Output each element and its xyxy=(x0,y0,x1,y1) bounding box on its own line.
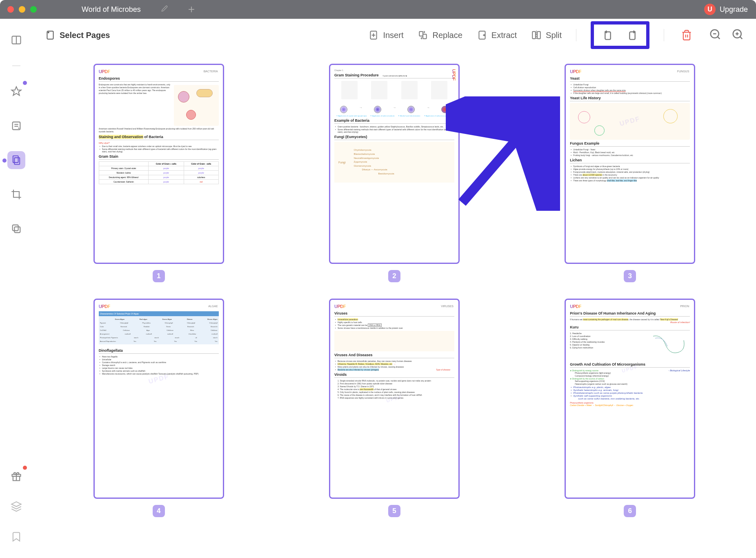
upgrade-label: Upgrade xyxy=(720,5,748,14)
sidebar xyxy=(0,19,33,558)
svg-line-26 xyxy=(718,37,720,39)
sidebar-redact[interactable] xyxy=(7,220,25,238)
page-item-3[interactable]: UPDF FUNGUS Yeast Unicellular Fungi Cell… xyxy=(565,64,695,282)
replace-label: Replace xyxy=(432,31,462,40)
rotate-group-highlighted xyxy=(591,21,649,49)
content-area: Select Pages Insert Replace Extract xyxy=(33,19,756,558)
sidebar-crop[interactable] xyxy=(7,185,25,203)
svg-rect-5 xyxy=(13,156,18,163)
svg-line-29 xyxy=(740,37,742,39)
page-item-2[interactable]: Chapter 1 UPDF Gram Staining ProcedureCr… xyxy=(329,64,460,282)
active-dot xyxy=(2,158,7,163)
close-window-button[interactable] xyxy=(7,6,14,13)
rotate-left-button[interactable] xyxy=(600,27,616,43)
tab-title: World of Microbes xyxy=(82,5,141,14)
insert-button[interactable]: Insert xyxy=(368,30,403,40)
page-item-5[interactable]: UPDF VIRUSES Viruses Intracellular paras… xyxy=(329,299,460,517)
page-thumbnail: Chapter 1 UPDF Gram Staining ProcedureCr… xyxy=(329,64,460,264)
extract-button[interactable]: Extract xyxy=(477,30,517,40)
edit-tab-icon[interactable] xyxy=(161,5,168,13)
document-tab[interactable]: World of Microbes xyxy=(69,0,180,19)
page-number: 1 xyxy=(153,270,165,282)
divider xyxy=(664,29,664,41)
page-number: 6 xyxy=(624,505,636,517)
maximize-window-button[interactable] xyxy=(30,6,37,13)
sidebar-reader-mode[interactable] xyxy=(7,31,25,49)
user-avatar: U xyxy=(704,4,716,15)
svg-rect-18 xyxy=(423,34,427,39)
svg-rect-7 xyxy=(13,225,18,231)
arrow-annotation xyxy=(446,96,560,212)
svg-rect-6 xyxy=(14,158,20,164)
svg-rect-20 xyxy=(532,31,536,38)
replace-button[interactable]: Replace xyxy=(418,30,462,40)
new-tab-button[interactable]: + xyxy=(188,3,195,16)
toolbar: Select Pages Insert Replace Extract xyxy=(33,19,756,51)
sidebar-organize-pages[interactable] xyxy=(7,151,25,169)
page-thumbnail: UPDF VIRUSES Viruses Intracellular paras… xyxy=(329,299,460,499)
select-pages-label: Select Pages xyxy=(60,31,110,40)
split-label: Split xyxy=(546,31,562,40)
rotate-right-button[interactable] xyxy=(624,27,640,43)
svg-point-13 xyxy=(48,32,49,33)
page-item-4[interactable]: UPDF ALGAE Characteristics Of Selected P… xyxy=(93,299,224,517)
page-thumbnail: UPDF BACTERIA Endospores Endospores are … xyxy=(93,64,224,264)
svg-rect-8 xyxy=(14,227,20,232)
page-item-1[interactable]: UPDF BACTERIA Endospores Endospores are … xyxy=(93,64,224,282)
sidebar-annotate[interactable] xyxy=(7,117,25,135)
upgrade-button[interactable]: U Upgrade xyxy=(704,4,748,15)
page-number: 4 xyxy=(153,505,165,517)
page-number: 2 xyxy=(388,270,400,282)
page-number: 3 xyxy=(624,270,636,282)
titlebar: World of Microbes + U Upgrade xyxy=(0,0,756,19)
svg-rect-24 xyxy=(629,32,635,40)
insert-label: Insert xyxy=(383,31,403,40)
notification-dot xyxy=(23,81,27,85)
pages-grid: UPDF BACTERIA Endospores Endospores are … xyxy=(33,51,756,529)
svg-rect-17 xyxy=(420,31,423,36)
split-button[interactable]: Split xyxy=(531,30,562,40)
sidebar-highlight[interactable] xyxy=(7,83,25,100)
zoom-in-button[interactable] xyxy=(732,28,744,42)
window-controls xyxy=(7,6,37,13)
minimize-window-button[interactable] xyxy=(19,6,25,13)
delete-button[interactable] xyxy=(678,27,695,43)
svg-rect-23 xyxy=(605,32,610,40)
zoom-out-button[interactable] xyxy=(709,28,721,42)
select-pages-button[interactable]: Select Pages xyxy=(45,30,110,40)
gift-dot xyxy=(23,466,27,470)
sidebar-bookmark[interactable] xyxy=(7,528,25,546)
sidebar-gift[interactable] xyxy=(7,467,25,485)
page-thumbnail: UPDF FUNGUS Yeast Unicellular Fungi Cell… xyxy=(565,64,695,264)
extract-label: Extract xyxy=(491,31,517,40)
page-number: 5 xyxy=(388,505,400,517)
page-thumbnail: UPDF PRION Prion's Disease Of Human Inhe… xyxy=(565,299,695,499)
sidebar-layers[interactable] xyxy=(7,498,25,516)
svg-line-32 xyxy=(462,113,540,203)
svg-rect-21 xyxy=(537,31,540,38)
divider xyxy=(576,29,576,41)
divider xyxy=(12,65,20,66)
page-item-6[interactable]: UPDF PRION Prion's Disease Of Human Inhe… xyxy=(565,299,695,517)
page-thumbnail: UPDF ALGAE Characteristics Of Selected P… xyxy=(93,299,224,499)
